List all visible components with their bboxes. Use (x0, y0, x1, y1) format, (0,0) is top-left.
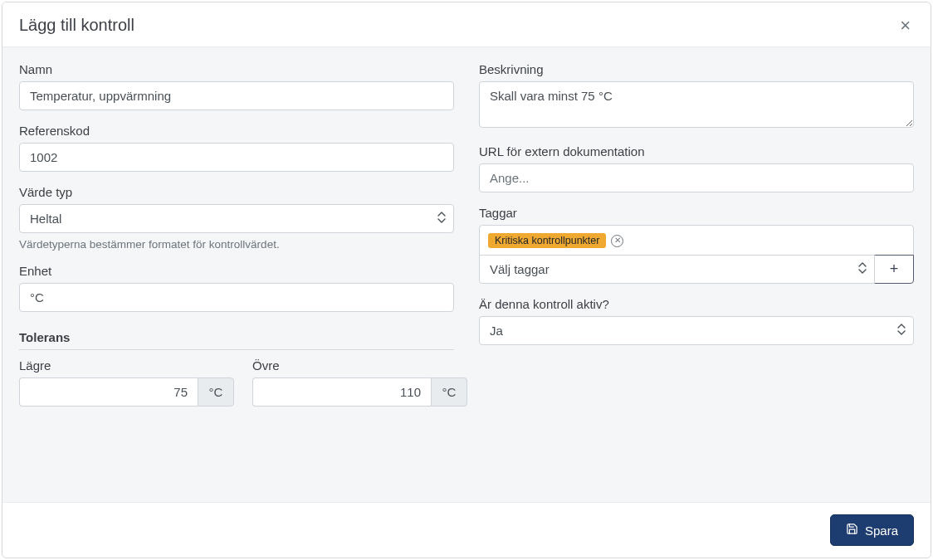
description-field: Beskrivning (479, 62, 914, 131)
tag-select[interactable]: Välj taggar (479, 255, 875, 284)
unit-label: Enhet (19, 264, 454, 278)
unit-field: Enhet (19, 264, 454, 312)
tags-box: Kritiska kontrollpunkter ✕ (479, 225, 914, 256)
tag-select-wrap: Välj taggar (479, 255, 875, 284)
tolerance-upper-unit: °C (431, 377, 467, 407)
save-icon (846, 523, 858, 538)
active-select[interactable]: Ja (479, 316, 914, 345)
tag-chip: Kritiska kontrollpunkter (488, 233, 606, 248)
value-type-help: Värdetyperna bestämmer formatet för kont… (19, 238, 454, 251)
save-button[interactable]: Spara (830, 514, 914, 546)
unit-input[interactable] (19, 283, 454, 312)
description-textarea[interactable] (479, 81, 914, 128)
value-type-field: Värde typ Heltal Värdetyperna bestämmer … (19, 185, 454, 251)
external-url-field: URL för extern dokumentation (479, 144, 914, 192)
value-type-select[interactable]: Heltal (19, 204, 454, 233)
reference-code-label: Referenskod (19, 124, 454, 138)
tolerance-section-title: Tolerans (19, 325, 454, 350)
close-button[interactable]: × (896, 17, 914, 35)
tolerance-upper-group: °C (252, 377, 467, 407)
left-column: Namn Referenskod Värde typ Heltal Värdet… (19, 62, 454, 494)
tolerance-lower-label: Lägre (19, 358, 234, 373)
x-icon: ✕ (614, 236, 621, 245)
tags-label: Taggar (479, 206, 914, 220)
tolerance-lower-group: °C (19, 377, 234, 407)
tolerance-upper-label: Övre (252, 358, 467, 373)
tolerance-lower-input[interactable] (19, 377, 198, 407)
modal-body: Namn Referenskod Värde typ Heltal Värdet… (2, 47, 931, 502)
external-url-label: URL för extern dokumentation (479, 144, 914, 158)
tolerance-lower-field: Lägre °C (19, 358, 234, 407)
name-label: Namn (19, 62, 454, 76)
modal-title: Lägg till kontroll (19, 16, 134, 35)
tag-item: Kritiska kontrollpunkter ✕ (488, 233, 623, 248)
name-input[interactable] (19, 81, 454, 110)
tag-select-row: Välj taggar + (479, 255, 914, 284)
name-field: Namn (19, 62, 454, 110)
description-label: Beskrivning (479, 62, 914, 76)
reference-code-input[interactable] (19, 143, 454, 172)
value-type-select-wrap: Heltal (19, 204, 454, 233)
add-tag-button[interactable]: + (874, 255, 914, 284)
active-select-wrap: Ja (479, 316, 914, 345)
save-button-label: Spara (865, 523, 898, 538)
active-label: Är denna kontroll aktiv? (479, 297, 914, 311)
tags-field: Taggar Kritiska kontrollpunkter ✕ Välj t… (479, 206, 914, 284)
close-icon: × (900, 15, 911, 36)
external-url-input[interactable] (479, 163, 914, 192)
plus-icon: + (890, 261, 899, 278)
tolerance-lower-unit: °C (198, 377, 234, 407)
value-type-label: Värde typ (19, 185, 454, 199)
modal-footer: Spara (2, 502, 931, 558)
tolerance-row: Lägre °C Övre °C (19, 358, 454, 407)
tolerance-upper-input[interactable] (252, 377, 431, 407)
right-column: Beskrivning URL för extern dokumentation… (479, 62, 914, 494)
active-field: Är denna kontroll aktiv? Ja (479, 297, 914, 345)
add-control-modal: Lägg till kontroll × Namn Referenskod Vä… (2, 2, 931, 558)
tolerance-upper-field: Övre °C (252, 358, 467, 407)
modal-header: Lägg till kontroll × (2, 2, 931, 47)
tag-remove-button[interactable]: ✕ (611, 235, 623, 247)
reference-code-field: Referenskod (19, 124, 454, 172)
